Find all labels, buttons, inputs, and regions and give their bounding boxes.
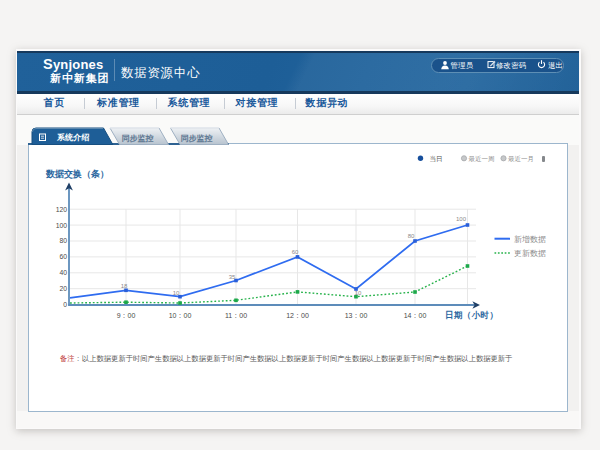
svg-text:当日: 当日: [430, 155, 443, 162]
svg-text:0: 0: [63, 301, 67, 308]
svg-text:10: 10: [173, 290, 180, 296]
svg-text:9：00: 9：00: [117, 312, 136, 319]
svg-text:60: 60: [292, 249, 299, 255]
svg-text:40: 40: [59, 269, 67, 276]
svg-text:数据交换（条）: 数据交换（条）: [45, 169, 109, 179]
svg-text:12：00: 12：00: [286, 312, 309, 319]
svg-text:11：00: 11：00: [225, 312, 247, 319]
svg-text:日期（小时）: 日期（小时）: [445, 310, 498, 320]
svg-text:备注：以上数据更新于时间产生数据以上数据更新于时间产生数据以: 备注：以上数据更新于时间产生数据以上数据更新于时间产生数据以上数据更新于时间产生…: [60, 354, 512, 363]
svg-text:新增数据: 新增数据: [514, 235, 546, 244]
svg-text:最近一月: 最近一月: [508, 155, 534, 163]
svg-text:100: 100: [456, 216, 467, 222]
svg-text:最近一周: 最近一周: [469, 155, 495, 162]
svg-text:14：00: 14：00: [404, 312, 427, 319]
svg-text:35: 35: [229, 274, 236, 280]
svg-text:80: 80: [408, 233, 415, 239]
svg-text:更新数据: 更新数据: [514, 249, 546, 258]
svg-text:60: 60: [59, 253, 67, 260]
svg-text:13：00: 13：00: [345, 312, 368, 319]
svg-text:120: 120: [56, 206, 68, 213]
svg-text:10：00: 10：00: [169, 312, 192, 319]
svg-text:10: 10: [355, 290, 362, 296]
svg-text:80: 80: [59, 237, 67, 244]
svg-text:100: 100: [56, 222, 68, 229]
svg-text:18: 18: [121, 283, 128, 289]
svg-text:20: 20: [59, 285, 67, 292]
